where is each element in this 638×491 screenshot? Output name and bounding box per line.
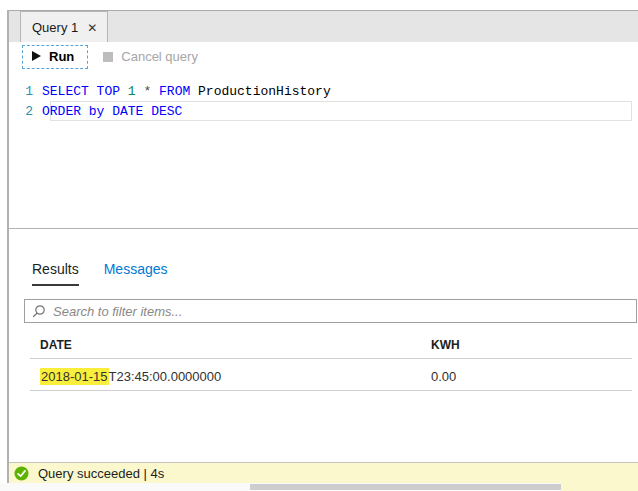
horizontal-scrollbar-thumb[interactable] [250,484,561,490]
tab-messages[interactable]: Messages [104,261,168,286]
filter-search-box[interactable] [24,299,637,323]
search-highlight: 2018-01-15 [40,368,109,385]
line-number: 1 [9,84,42,99]
run-button-label: Run [49,49,74,64]
column-header-kwh[interactable]: KWH [431,338,460,352]
table-divider [30,390,632,391]
sql-keyword: SELECT TOP [42,84,128,99]
line-number: 2 [9,104,42,119]
sql-number-literal: 1 [128,84,136,99]
tab-query-1[interactable]: Query 1 ✕ [20,11,108,43]
search-input[interactable] [53,304,629,319]
cancel-query-label: Cancel query [121,49,198,64]
run-button[interactable]: Run [22,45,88,69]
query-toolbar: Run Cancel query [9,42,638,71]
sql-keyword: FROM [159,84,198,99]
column-header-date[interactable]: DATE [40,338,431,352]
cell-date-rest: T23:45:00.0000000 [109,369,222,384]
stop-icon [103,52,113,62]
tab-bar: Query 1 ✕ [9,10,638,42]
success-check-icon [14,466,29,481]
tab-results[interactable]: Results [32,261,79,286]
search-icon [32,304,46,318]
code-line-2[interactable]: 2 ORDER by DATE DESC [9,101,634,121]
table-header-row: DATE KWH [40,338,630,352]
cell-date: 2018-01-15T23:45:00.0000000 [40,369,431,384]
sql-operator: * [136,84,159,99]
table-row[interactable]: 2018-01-15T23:45:00.0000000 0.00 [40,366,630,386]
status-message: Query succeeded | 4s [38,466,164,481]
results-tab-row: Results Messages [32,261,168,286]
cancel-query-button[interactable]: Cancel query [103,49,198,64]
sql-keyword: ORDER by DATE DESC [42,104,182,119]
play-icon [32,51,41,61]
table-divider [30,358,632,359]
query-editor-window: Query 1 ✕ Run Cancel query 1 SELECT TOP … [0,0,638,491]
sql-identifier: ProductionHistory [198,84,331,99]
cell-kwh: 0.00 [431,369,456,384]
sql-editor[interactable]: 1 SELECT TOP 1 * FROM ProductionHistory … [9,71,638,228]
close-icon[interactable]: ✕ [87,22,97,34]
code-line-1[interactable]: 1 SELECT TOP 1 * FROM ProductionHistory [9,81,634,101]
results-panel: Results Messages DATE KWH 2018-01-15T23:… [9,229,638,462]
tab-title: Query 1 [32,20,78,35]
